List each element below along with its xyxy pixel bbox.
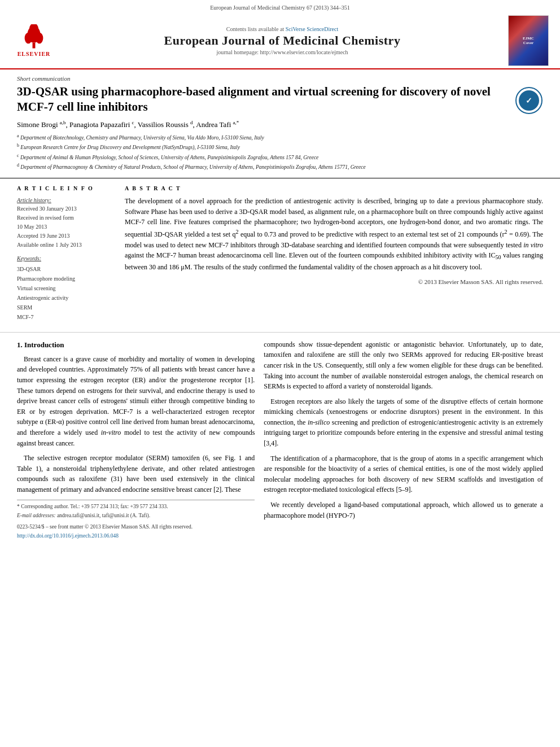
journal-header: European Journal of Medicinal Chemistry … [0, 0, 560, 69]
journal-title-area: Contents lists available at SciVerse Sci… [56, 26, 508, 55]
abstract-text: The development of a novel approach for … [125, 196, 543, 272]
introduction-heading: 1. Introduction [17, 339, 255, 351]
keywords-label: Keywords: [17, 254, 116, 263]
authors-line: Simone Brogi a,b, Panagiota Papazafiri c… [17, 120, 543, 129]
abstract-section: A B S T R A C T The development of a nov… [125, 184, 543, 326]
keywords-list: 3D-QSAR Pharmacophore modeling Virtual s… [17, 264, 116, 322]
article-keywords: Keywords: 3D-QSAR Pharmacophore modeling… [17, 254, 116, 322]
article-dates: Received 30 January 2013 Received in rev… [17, 204, 116, 250]
right-para-4: We recently developed a ligand-based com… [264, 500, 543, 521]
journal-citation-line: European Journal of Medicinal Chemistry … [11, 5, 549, 11]
affiliation-d: d Department of Pharmacognosy & Chemistr… [17, 162, 543, 171]
affiliation-c: c Department of Animal & Human Physiolog… [17, 152, 543, 161]
article-history-label: Article history: [17, 196, 116, 204]
issn-note: 0223-5234/$ – see front matter © 2013 El… [17, 523, 255, 531]
article-section: Short communication 3D-QSAR using pharma… [0, 69, 560, 178]
main-content: 1. Introduction Breast cancer is a grave… [0, 333, 560, 547]
abstract-heading: A B S T R A C T [125, 184, 543, 193]
svg-point-3 [36, 33, 43, 44]
doi-note: http://dx.doi.org/10.1016/j.ejmech.2013.… [17, 532, 255, 540]
right-para-1: compounds show tissue-dependent agonisti… [264, 339, 543, 392]
right-para-2: Estrogen receptors are also likely the t… [264, 396, 543, 449]
journal-header-content: ELSEVIER Contents lists available at Sci… [11, 13, 549, 68]
footnotes: * Corresponding author. Tel.: +39 577 23… [17, 503, 255, 520]
contents-line: Contents lists available at SciVerse Sci… [56, 26, 508, 32]
footer-notes: 0223-5234/$ – see front matter © 2013 El… [17, 523, 255, 540]
article-title: 3D-QSAR using pharmacophore-based alignm… [17, 84, 515, 115]
svg-point-2 [25, 33, 32, 44]
doi-link[interactable]: http://dx.doi.org/10.1016/j.ejmech.2013.… [17, 533, 119, 539]
svg-rect-0 [33, 43, 36, 49]
journal-main-title: European Journal of Medicinal Chemistry [56, 33, 508, 48]
svg-text:✓: ✓ [526, 96, 532, 105]
intro-para-1: Breast cancer is a grave cause of morbid… [17, 354, 255, 448]
affiliation-b: b European Research Centre for Drug Disc… [17, 142, 543, 151]
corresponding-note: * Corresponding author. Tel.: +39 577 23… [17, 503, 255, 510]
copyright-line: © 2013 Elsevier Masson SAS. All rights r… [125, 277, 543, 287]
crossmark-logo: ✓ [515, 86, 543, 115]
intro-para-2: The selective estrogen receptor modulato… [17, 453, 255, 495]
article-title-row: 3D-QSAR using pharmacophore-based alignm… [17, 84, 543, 115]
left-column: 1. Introduction Breast cancer is a grave… [17, 339, 255, 541]
journal-cover-image: EJMCCover [508, 15, 549, 66]
article-info-panel: A R T I C L E I N F O Article history: R… [17, 184, 116, 326]
elsevier-tree-icon [17, 24, 51, 50]
article-info-heading: A R T I C L E I N F O [17, 184, 116, 193]
page: European Journal of Medicinal Chemistry … [0, 0, 560, 747]
right-column: compounds show tissue-dependent agonisti… [264, 339, 543, 541]
affiliation-a: a Department of Biotechnology, Chemistry… [17, 133, 543, 142]
sciverse-link[interactable]: SciVerse ScienceDirect [286, 26, 339, 32]
article-history: Article history: Received 30 January 201… [17, 196, 116, 250]
elsevier-logo: ELSEVIER [11, 24, 56, 57]
article-type-label: Short communication [17, 75, 543, 82]
footnote-divider [17, 500, 255, 500]
journal-homepage: journal homepage: http://www.elsevier.co… [56, 49, 508, 55]
email-note: E-mail addresses: andrea.tafi@unisi.it, … [17, 512, 255, 519]
article-info-abstract: A R T I C L E I N F O Article history: R… [0, 178, 560, 333]
right-para-3: The identification of a pharmacophore, t… [264, 453, 543, 495]
affiliations: a Department of Biotechnology, Chemistry… [17, 133, 543, 172]
